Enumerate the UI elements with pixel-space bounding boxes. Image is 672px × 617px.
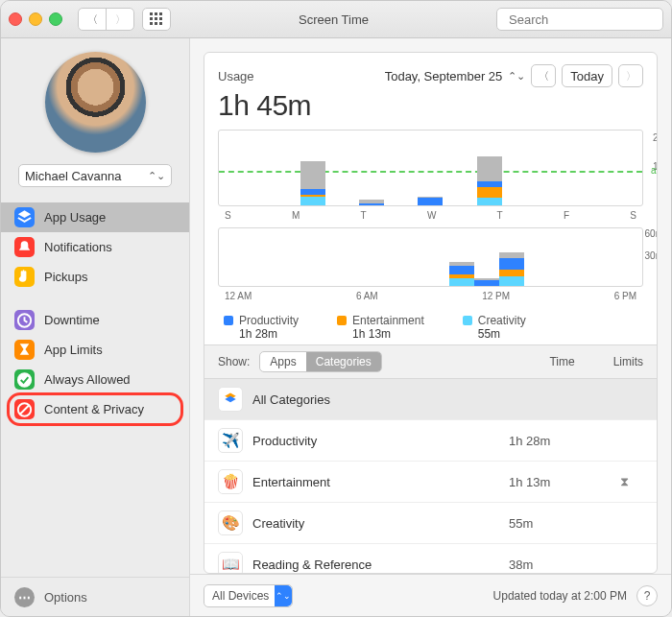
grid-icon: [150, 12, 163, 26]
col-limits: Limits: [613, 355, 643, 368]
sidebar-item-content-privacy[interactable]: Content & Privacy: [1, 394, 189, 424]
help-button[interactable]: ?: [636, 585, 658, 606]
devices-select[interactable]: All Devices ⌃⌄: [204, 584, 293, 607]
svg-rect-4: [155, 17, 157, 20]
hourly-chart: 60m30m012 AM6 AM12 PM6 PM: [218, 227, 643, 287]
sidebar-item-app-limits[interactable]: App Limits: [1, 335, 189, 365]
category-icon: 🍿: [218, 469, 243, 494]
svg-rect-5: [159, 17, 162, 20]
today-button[interactable]: Today: [562, 64, 612, 87]
check-icon: [14, 369, 35, 390]
category-time: 1h 28m: [509, 434, 595, 448]
category-name: All Categories: [252, 392, 499, 407]
zoom-window-icon[interactable]: [49, 12, 62, 26]
sidebar-item-label: App Usage: [44, 210, 106, 225]
user-name: Michael Cavanna: [25, 169, 121, 183]
category-row[interactable]: ✈️Productivity1h 28m: [204, 420, 657, 462]
show-segmented: Apps Categories: [259, 351, 381, 372]
category-name: Creativity: [252, 516, 499, 531]
updated-label: Updated today at 2:00 PM: [493, 589, 627, 603]
updown-icon[interactable]: ⌃⌄: [508, 70, 525, 83]
category-row-all[interactable]: All Categories: [204, 379, 657, 420]
updown-icon: ⌃⌄: [148, 170, 165, 182]
legend-name: Creativity: [478, 314, 526, 327]
sidebar-item-downtime[interactable]: Downtime: [1, 305, 189, 335]
legend-swatch: [337, 316, 347, 325]
sidebar-item-label: Always Allowed: [44, 372, 131, 387]
date-label: Today, September 25: [385, 69, 503, 83]
sidebar-item-label: Pickups: [44, 270, 88, 284]
sidebar-item-notifications[interactable]: Notifications: [1, 232, 189, 262]
hand-icon: [14, 267, 35, 287]
svg-point-12: [17, 372, 32, 387]
clock-icon: [14, 310, 35, 330]
titlebar: 〈 〉 Screen Time: [1, 1, 671, 38]
svg-rect-3: [150, 17, 153, 20]
prev-day-button[interactable]: 〈: [531, 64, 556, 87]
minimize-window-icon[interactable]: [29, 12, 42, 26]
next-day-button[interactable]: 〉: [618, 64, 643, 87]
category-time: 1h 13m: [509, 475, 595, 489]
back-button[interactable]: 〈: [79, 9, 106, 30]
all-preferences-button[interactable]: [142, 8, 171, 31]
sidebar-item-always-allowed[interactable]: Always Allowed: [1, 365, 189, 394]
chevron-updown-icon: ⌃⌄: [275, 585, 292, 606]
user-select[interactable]: Michael Cavanna ⌃⌄: [18, 164, 172, 187]
category-name: Productivity: [252, 434, 499, 448]
category-row[interactable]: 🎨Creativity55m: [204, 503, 657, 544]
legend-value: 1h 28m: [239, 327, 299, 341]
category-time: 38m: [509, 558, 595, 572]
sidebar-item-pickups[interactable]: Pickups: [1, 262, 189, 292]
devices-label: All Devices: [212, 589, 269, 603]
weekly-chart: 2h1havgSMTWTFS: [218, 130, 643, 206]
category-name: Reading & Reference: [252, 558, 499, 572]
legend-value: 55m: [478, 327, 526, 341]
sidebar-item-label: App Limits: [44, 343, 103, 357]
legend-value: 1h 13m: [352, 327, 424, 341]
category-limit-icon: ⧗: [605, 474, 643, 489]
avatar: [45, 52, 146, 153]
legend-swatch: [463, 316, 472, 325]
usage-label: Usage: [218, 69, 254, 83]
no-icon: [14, 399, 35, 419]
legend-name: Productivity: [239, 314, 299, 327]
close-window-icon[interactable]: [9, 12, 22, 26]
legend-swatch: [224, 316, 233, 325]
chart-legend: Productivity1h 28mEntertainment1h 13mCre…: [218, 308, 643, 344]
sidebar-item-label: Notifications: [44, 240, 112, 254]
svg-rect-0: [150, 12, 153, 15]
category-row[interactable]: 📖Reading & Reference38m: [204, 544, 657, 573]
show-bar: Show: Apps Categories Time Limits: [204, 344, 657, 379]
show-apps-tab[interactable]: Apps: [260, 352, 305, 371]
hourglass-icon: [14, 340, 35, 360]
sidebar-item-label: Downtime: [44, 313, 100, 327]
options-button[interactable]: ⋯ Options: [1, 577, 189, 617]
search-input[interactable]: [509, 12, 670, 27]
svg-line-14: [20, 405, 30, 415]
usage-total: 1h 45m: [218, 89, 643, 122]
svg-rect-8: [159, 22, 162, 25]
show-categories-tab[interactable]: Categories: [306, 352, 381, 371]
category-list: All Categories✈️Productivity1h 28m🍿Enter…: [204, 379, 657, 573]
category-row[interactable]: 🍿Entertainment1h 13m⧗: [204, 462, 657, 503]
svg-rect-2: [159, 12, 162, 15]
category-name: Entertainment: [252, 475, 499, 489]
category-icon: 🎨: [218, 510, 243, 535]
search-field[interactable]: [496, 8, 663, 31]
footer: All Devices ⌃⌄ Updated today at 2:00 PM …: [190, 574, 671, 617]
sidebar-item-label: Content & Privacy: [44, 402, 144, 416]
page-title: Screen Time: [179, 12, 489, 27]
layers-icon: [218, 387, 243, 412]
sidebar: Michael Cavanna ⌃⌄ App UsageNotification…: [1, 38, 190, 617]
nav-back-forward: 〈 〉: [78, 8, 134, 31]
category-icon: ✈️: [218, 428, 243, 453]
options-label: Options: [44, 590, 87, 605]
svg-rect-1: [155, 12, 157, 15]
options-icon: ⋯: [14, 587, 35, 607]
show-label: Show:: [218, 355, 250, 368]
forward-button[interactable]: 〉: [106, 9, 133, 30]
layers-icon: [14, 207, 35, 227]
category-time: 55m: [509, 516, 595, 531]
sidebar-item-app-usage[interactable]: App Usage: [1, 202, 189, 232]
svg-rect-6: [150, 22, 153, 25]
